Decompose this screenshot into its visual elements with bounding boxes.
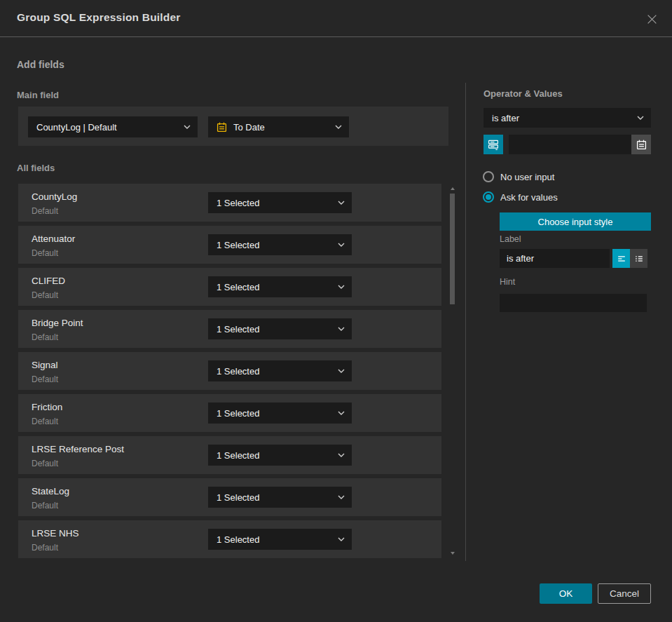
field-selection-value: 1 Selected <box>217 240 259 250</box>
all-fields-heading: All fields <box>17 163 55 173</box>
chevron-down-icon <box>332 537 345 541</box>
field-selection-dropdown[interactable]: 1 Selected <box>208 403 352 424</box>
radio-selected-icon <box>483 191 494 203</box>
field-selection-value: 1 Selected <box>217 198 259 208</box>
field-type: Default <box>32 206 58 216</box>
value-source-button[interactable] <box>484 135 503 154</box>
field-selection-dropdown[interactable]: 1 Selected <box>208 529 352 550</box>
field-selection-value: 1 Selected <box>217 282 259 292</box>
chevron-down-icon <box>631 116 644 120</box>
field-row: Bridge Point Default 1 Selected <box>18 310 441 348</box>
field-name: Attenuator <box>32 234 75 244</box>
operator-dropdown[interactable]: is after <box>484 108 651 128</box>
field-name: CLIFED <box>32 276 65 286</box>
label-input[interactable] <box>500 249 610 268</box>
field-selection-dropdown[interactable]: 1 Selected <box>208 234 352 255</box>
field-type: Default <box>32 417 58 426</box>
field-name: Friction <box>32 402 62 412</box>
radio-no-user-input[interactable]: No user input <box>483 171 554 182</box>
ok-button[interactable]: OK <box>540 583 592 604</box>
calendar-icon <box>636 140 647 150</box>
radio-no-user-input-label: No user input <box>500 172 554 182</box>
field-name: Signal <box>32 360 58 370</box>
field-row: LRSE NHS Default 1 Selected <box>18 520 441 558</box>
field-selection-value: 1 Selected <box>217 534 259 545</box>
field-row: StateLog Default 1 Selected <box>18 478 441 516</box>
operator-values-heading: Operator & Values <box>484 88 563 99</box>
field-selection-dropdown[interactable]: 1 Selected <box>208 487 352 508</box>
field-type: Default <box>32 332 58 342</box>
field-selection-dropdown[interactable]: 1 Selected <box>208 445 352 466</box>
main-date-dropdown[interactable]: To Date <box>208 116 349 137</box>
chevron-down-icon <box>332 369 345 373</box>
dialog-title-bar: Group SQL Expression Builder <box>0 0 672 36</box>
field-selection-value: 1 Selected <box>217 450 259 461</box>
main-field-heading: Main field <box>17 90 59 100</box>
align-left-icon <box>617 254 626 264</box>
field-row: Signal Default 1 Selected <box>18 352 441 390</box>
chevron-down-icon <box>332 453 345 457</box>
field-row: LRSE Reference Post Default 1 Selected <box>18 436 441 474</box>
field-row: CountyLog Default 1 Selected <box>18 184 441 222</box>
field-selection-value: 1 Selected <box>217 366 259 377</box>
field-selection-dropdown[interactable]: 1 Selected <box>208 360 352 381</box>
chevron-down-icon <box>332 285 345 289</box>
main-date-dropdown-value: To Date <box>233 122 265 133</box>
list-style-button[interactable] <box>630 249 647 268</box>
field-row: Attenuator Default 1 Selected <box>18 226 441 264</box>
field-type: Default <box>32 374 58 384</box>
main-field-panel: CountyLog | Default To Date <box>18 107 448 146</box>
dialog-title: Group SQL Expression Builder <box>17 11 181 24</box>
header-divider <box>0 36 672 37</box>
input-style-toggle-group <box>612 249 647 268</box>
field-name: LRSE Reference Post <box>32 444 124 454</box>
single-line-style-button[interactable] <box>612 249 630 268</box>
hint-field-label: Hint <box>500 277 515 287</box>
field-type: Default <box>32 459 58 468</box>
field-name: Bridge Point <box>32 318 83 328</box>
chevron-down-icon <box>329 125 342 129</box>
radio-unselected-icon <box>483 171 494 182</box>
cancel-button[interactable]: Cancel <box>598 583 651 604</box>
scrollbar-down-arrow-icon[interactable] <box>451 552 455 555</box>
chevron-down-icon <box>332 411 345 415</box>
field-selection-dropdown[interactable]: 1 Selected <box>208 276 352 297</box>
scrollbar-thumb[interactable] <box>450 194 455 304</box>
chevron-down-icon <box>332 201 345 205</box>
panel-divider <box>465 83 466 561</box>
add-fields-heading: Add fields <box>17 59 64 70</box>
all-fields-list: CountyLog Default 1 Selected Attenuator … <box>18 184 441 562</box>
field-selection-dropdown[interactable]: 1 Selected <box>208 192 352 213</box>
hint-input[interactable] <box>500 294 647 312</box>
chevron-down-icon <box>332 495 345 499</box>
scrollbar-up-arrow-icon[interactable] <box>451 187 455 190</box>
field-name: LRSE NHS <box>32 528 79 539</box>
main-field-dropdown-value: CountyLog | Default <box>36 122 117 133</box>
radio-ask-for-values-label: Ask for values <box>500 192 558 203</box>
close-button[interactable] <box>644 11 659 27</box>
main-field-dropdown[interactable]: CountyLog | Default <box>28 116 198 137</box>
field-type: Default <box>32 543 58 553</box>
radio-ask-for-values[interactable]: Ask for values <box>483 191 558 203</box>
calendar-icon <box>217 122 227 133</box>
field-row: CLIFED Default 1 Selected <box>18 268 441 306</box>
choose-input-style-button[interactable]: Choose input style <box>500 212 651 231</box>
field-selection-value: 1 Selected <box>217 324 259 334</box>
list-scrollbar[interactable] <box>449 184 456 558</box>
label-field-label: Label <box>500 234 521 244</box>
chevron-down-icon <box>332 243 345 247</box>
field-selection-dropdown[interactable]: 1 Selected <box>208 318 352 339</box>
close-icon <box>646 13 658 25</box>
chevron-down-icon <box>332 327 345 331</box>
field-selection-value: 1 Selected <box>217 492 259 503</box>
operator-dropdown-value: is after <box>492 113 519 123</box>
chevron-down-icon <box>178 125 191 129</box>
field-stack-icon <box>488 139 499 150</box>
field-type: Default <box>32 248 58 258</box>
list-icon <box>634 254 644 264</box>
field-row: Friction Default 1 Selected <box>18 394 441 432</box>
value-date-input[interactable] <box>509 135 631 154</box>
date-picker-button[interactable] <box>631 135 651 154</box>
field-type: Default <box>32 290 58 300</box>
field-selection-value: 1 Selected <box>217 408 259 419</box>
